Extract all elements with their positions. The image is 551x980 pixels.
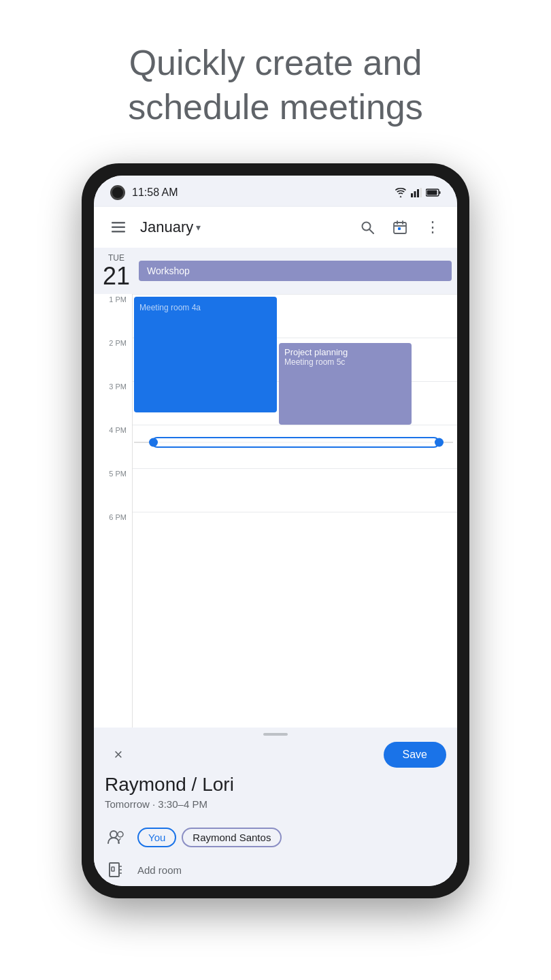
svg-rect-3 (420, 188, 422, 197)
save-button[interactable]: Save (384, 742, 446, 768)
range-handle-right[interactable] (435, 438, 444, 446)
status-icons (395, 188, 441, 197)
range-fill (152, 437, 439, 448)
calendar-button[interactable] (386, 214, 414, 241)
app-bar: January ▾ (94, 207, 457, 248)
dropdown-arrow-icon: ▾ (196, 222, 201, 233)
camera-dot (110, 185, 125, 200)
svg-point-17 (110, 831, 117, 838)
sheet-title: Raymond / Lori (94, 774, 457, 798)
svg-rect-5 (439, 191, 441, 194)
svg-rect-1 (414, 191, 416, 197)
more-button[interactable]: ⋮ (419, 214, 446, 241)
blue-event[interactable]: Meeting room 4a (134, 297, 277, 412)
phone-frame: 11:58 AM (82, 163, 469, 898)
workshop-event[interactable]: Workshop (139, 261, 452, 281)
calendar-body: 1 PM 2 PM 3 PM 4 PM 5 PM 6 PM (94, 294, 457, 728)
handle-bar (263, 733, 288, 736)
events-column: Meeting room 4a Project planning Meeting… (132, 294, 457, 728)
menu-button[interactable] (105, 214, 132, 241)
add-room-row[interactable]: Add room (94, 853, 457, 886)
signal-icon (411, 188, 422, 197)
svg-rect-16 (398, 227, 401, 230)
status-left: 11:58 AM (110, 185, 178, 200)
more-icon: ⋮ (425, 218, 441, 236)
search-icon (361, 220, 374, 234)
attendees-row: You Raymond Santos (94, 821, 457, 853)
project-planning-subtitle: Meeting room 5c (284, 357, 406, 367)
people-icon (105, 826, 127, 848)
hour-line-6 (133, 512, 457, 512)
time-slot-5pm: 5 PM (94, 468, 132, 512)
day-name: Tue (108, 253, 124, 263)
hour-line-1 (133, 294, 457, 295)
svg-rect-7 (112, 222, 125, 224)
app-bar-actions: ⋮ (354, 214, 446, 241)
project-planning-title: Project planning (284, 347, 406, 357)
sheet-handle (94, 728, 457, 738)
range-handle-left[interactable] (149, 438, 158, 446)
month-title[interactable]: January ▾ (140, 218, 346, 236)
time-slot-1pm: 1 PM (94, 294, 132, 338)
svg-rect-20 (112, 867, 114, 871)
status-time: 11:58 AM (132, 186, 178, 199)
svg-rect-8 (112, 227, 125, 229)
time-slot-4pm: 4 PM (94, 425, 132, 468)
hour-line-5 (133, 468, 457, 469)
page-header: Quickly create andschedule meetings (0, 0, 551, 157)
time-slot-6pm: 6 PM (94, 512, 132, 555)
svg-line-11 (369, 229, 373, 233)
day-number: 21 (103, 263, 130, 290)
svg-rect-9 (112, 231, 125, 233)
svg-rect-0 (411, 193, 413, 197)
status-bar: 11:58 AM (94, 176, 457, 207)
meeting-room-label: Meeting room 4a (139, 303, 201, 312)
day-label: Tue 21 (99, 253, 133, 290)
sheet-subtitle: Tomorrow · 3:30–4 PM (94, 798, 457, 821)
attendee-raymond[interactable]: Raymond Santos (182, 828, 282, 847)
attendees-list: You Raymond Santos (137, 828, 282, 847)
hour-line-4 (133, 425, 457, 425)
svg-rect-6 (427, 191, 437, 195)
time-slot-3pm: 3 PM (94, 381, 132, 425)
calendar-icon (393, 220, 407, 235)
day-section: Tue 21 Workshop (94, 248, 457, 294)
search-button[interactable] (354, 214, 381, 241)
time-column: 1 PM 2 PM 3 PM 4 PM 5 PM 6 PM (94, 294, 132, 728)
attendee-you[interactable]: You (137, 828, 176, 847)
page-title: Quickly create andschedule meetings (54, 41, 497, 129)
room-icon (105, 859, 127, 881)
time-slot-2pm: 2 PM (94, 338, 132, 381)
workshop-title: Workshop (147, 265, 190, 276)
wifi-icon (395, 188, 407, 197)
svg-rect-2 (417, 189, 419, 197)
battery-icon (426, 189, 441, 197)
phone-wrapper: 11:58 AM (0, 157, 551, 898)
add-room-label[interactable]: Add room (137, 864, 182, 876)
bottom-sheet: × Save Raymond / Lori Tomorrow · 3:30–4 … (94, 728, 457, 886)
close-button[interactable]: × (105, 741, 132, 768)
phone-screen: 11:58 AM (94, 176, 457, 886)
project-planning-event[interactable]: Project planning Meeting room 5c (279, 343, 412, 425)
time-range-selector[interactable] (134, 431, 453, 453)
svg-point-18 (118, 832, 123, 837)
sheet-toolbar: × Save (94, 738, 457, 774)
